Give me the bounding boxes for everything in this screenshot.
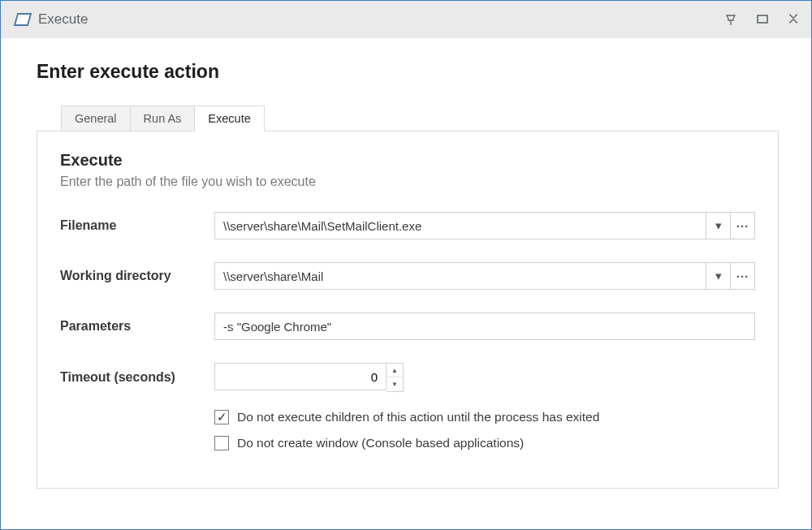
ellipsis-icon: ··· [736, 269, 749, 283]
timeout-spinner: ▲ ▼ [387, 363, 404, 392]
chevron-down-icon: ▾ [715, 218, 722, 233]
checkbox-wait-process[interactable]: ✓ Do not execute children of this action… [214, 410, 755, 424]
parameters-label: Parameters [60, 319, 214, 334]
page-title: Enter execute action [37, 61, 779, 83]
title-bar: Execute [1, 1, 811, 38]
filename-browse[interactable]: ··· [731, 212, 755, 239]
workdir-input[interactable] [214, 262, 706, 290]
tab-execute[interactable]: Execute [194, 106, 264, 131]
checkbox-no-window-label: Do not create window (Console based appl… [237, 436, 524, 450]
panel-title: Execute [60, 151, 755, 170]
tab-run-as[interactable]: Run As [130, 106, 196, 131]
execute-dialog: Execute Enter execute action General Run… [0, 0, 812, 530]
checkboxes: ✓ Do not execute children of this action… [60, 410, 755, 450]
window-title: Execute [38, 11, 88, 28]
row-parameters: Parameters [60, 312, 755, 340]
filename-input[interactable] [214, 212, 706, 239]
workdir-browse[interactable]: ··· [731, 262, 755, 290]
restore-button[interactable] [756, 13, 769, 26]
svg-rect-0 [758, 15, 767, 23]
timeout-label: Timeout (seconds) [60, 370, 214, 385]
checkbox-wait-label: Do not execute children of this action u… [237, 410, 599, 424]
row-working-directory: Working directory ▾ ··· [60, 262, 755, 290]
timeout-spin-down[interactable]: ▼ [387, 377, 403, 391]
workdir-dropdown[interactable]: ▾ [706, 262, 731, 290]
row-timeout: Timeout (seconds) ▲ ▼ [60, 363, 755, 392]
tab-general[interactable]: General [61, 106, 131, 131]
filename-label: Filename [60, 218, 214, 233]
chevron-down-icon: ▾ [715, 269, 722, 283]
timeout-spin-up[interactable]: ▲ [387, 364, 403, 377]
pin-button[interactable] [725, 13, 738, 26]
checkbox-empty-icon [214, 436, 229, 450]
filename-dropdown[interactable]: ▾ [706, 212, 731, 239]
dialog-body: Enter execute action General Run As Exec… [1, 38, 811, 529]
tabs: General Run As Execute [37, 106, 779, 131]
timeout-input[interactable] [214, 363, 387, 390]
ellipsis-icon: ··· [736, 219, 749, 233]
window-icon [14, 13, 32, 26]
panel-subtitle: Enter the path of the file you wish to e… [60, 175, 755, 189]
tab-panel-execute: Execute Enter the path of the file you w… [37, 131, 779, 489]
checkmark-icon: ✓ [214, 410, 229, 424]
close-button[interactable] [787, 13, 800, 26]
parameters-input[interactable] [214, 312, 755, 340]
checkbox-no-window[interactable]: Do not create window (Console based appl… [214, 436, 755, 450]
row-filename: Filename ▾ ··· [60, 212, 755, 239]
window-controls [725, 13, 800, 26]
workdir-label: Working directory [60, 269, 214, 283]
